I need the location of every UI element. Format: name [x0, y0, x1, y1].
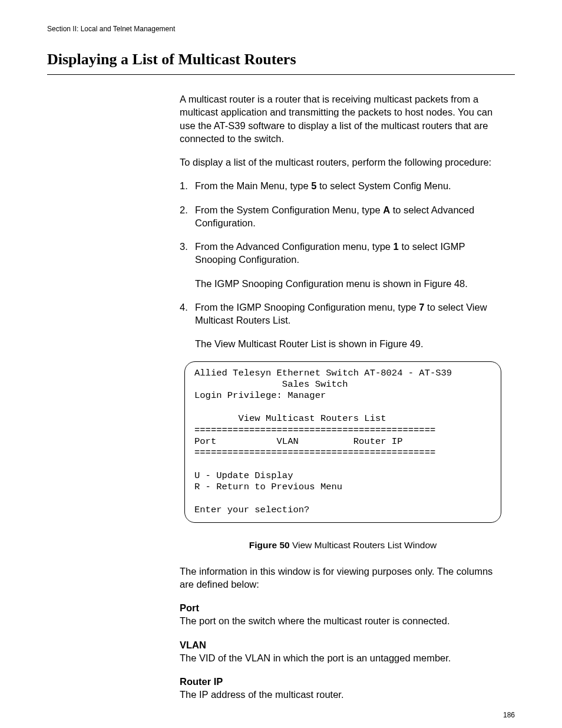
- definition-description: The IP address of the multicast router.: [180, 688, 506, 701]
- step-3: 3. From the Advanced Configuration menu,…: [180, 240, 506, 290]
- step-number: 4.: [180, 301, 188, 314]
- definition-description: The VID of the VLAN in which the port is…: [180, 651, 506, 664]
- step-number: 2.: [180, 203, 188, 216]
- figure-title: View Multicast Routers List Window: [290, 540, 437, 550]
- definition-port: Port The port on the switch where the mu…: [180, 601, 506, 628]
- document-page: Section II: Local and Telnet Management …: [0, 0, 562, 728]
- post-figure-paragraph: The information in this window is for vi…: [180, 565, 506, 591]
- step-text: From the Advanced Configuration menu, ty…: [195, 240, 506, 266]
- step-note: The View Multicast Router List is shown …: [195, 337, 506, 350]
- step-number: 1.: [180, 179, 188, 192]
- terminal-output: Allied Telesyn Ethernet Switch AT-8024 -…: [184, 361, 501, 523]
- definition-router-ip: Router IP The IP address of the multicas…: [180, 675, 506, 701]
- main-content: A multicast router is a router that is r…: [180, 93, 506, 701]
- figure-caption: Figure 50 View Multicast Routers List Wi…: [180, 539, 506, 552]
- definition-vlan: VLAN The VID of the VLAN in which the po…: [180, 638, 506, 665]
- step-4: 4. From the IGMP Snooping Configuration …: [180, 301, 506, 351]
- step-2: 2. From the System Configuration Menu, t…: [180, 203, 506, 230]
- section-header: Section II: Local and Telnet Management: [47, 25, 515, 33]
- step-text: From the IGMP Snooping Configuration men…: [195, 301, 506, 327]
- step-1: 1. From the Main Menu, type 5 to select …: [180, 179, 506, 192]
- definition-term: Router IP: [180, 675, 506, 688]
- figure-label: Figure 50: [249, 540, 290, 550]
- definition-term: Port: [180, 601, 506, 614]
- step-number: 3.: [180, 240, 188, 253]
- step-text: From the System Configuration Menu, type…: [195, 203, 506, 230]
- title-rule: [47, 74, 515, 75]
- procedure-steps: 1. From the Main Menu, type 5 to select …: [180, 179, 506, 350]
- step-text: From the Main Menu, type 5 to select Sys…: [195, 179, 506, 192]
- procedure-intro: To display a list of the multicast route…: [180, 156, 506, 169]
- page-title: Displaying a List of Multicast Routers: [47, 51, 515, 71]
- page-number: 186: [503, 711, 515, 719]
- intro-paragraph: A multicast router is a router that is r…: [180, 93, 506, 145]
- definition-term: VLAN: [180, 638, 506, 651]
- step-note: The IGMP Snooping Configuration menu is …: [195, 277, 506, 290]
- definition-description: The port on the switch where the multica…: [180, 614, 506, 627]
